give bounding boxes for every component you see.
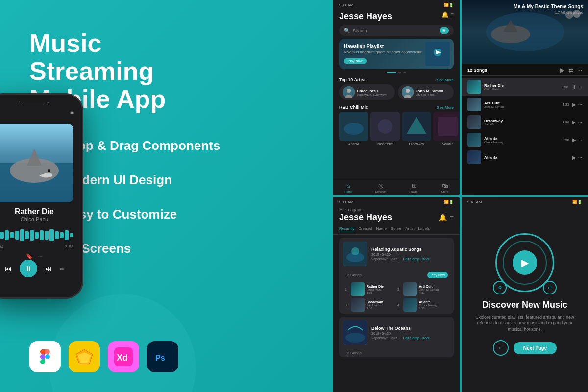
track-info-4: Atlanta Chuck Norway [484,136,560,144]
pause-icon[interactable]: ⏸ [571,84,576,90]
home-status-bar: 9:41 AM 📶🔋 [333,0,460,8]
next-page-button[interactable]: Next Page [514,342,557,354]
artist-avatar-1 [343,86,355,98]
svg-text:Ps: Ps [155,354,165,362]
tab-genre[interactable]: Genre [391,226,401,232]
discovery-ring: ▶ ⚙ ⇄ [495,233,554,292]
svg-point-47 [345,333,365,343]
screens-grid: 9:41 AM 📶🔋 Jesse Hayes 🔔 ≡ 🔍 Search ⊞ Ha… [333,0,588,392]
bottom-nav: ⌂ Home ◎ Discover ⊞ Playlist 🛍 Store [333,179,460,195]
track-item-3: Broadway Sainkife 3:96 ▶ ··· [462,113,588,131]
playlist-info-1: Relaxing Aquatic Songs 2019 · 54:30 Vapo… [371,247,450,261]
rb-section: R&B Chill Mix See More Atlanta Po [333,103,460,146]
tab-artist[interactable]: Artist [405,226,414,232]
ps-icon: Ps [147,341,178,372]
more-icon[interactable]: ··· [577,67,582,74]
nav-store[interactable]: 🛍 Store [441,182,448,193]
more-icon[interactable]: ··· [578,102,582,107]
rb-item-4: Volatile [433,112,460,146]
track-item-5: Atlanta ▶ ··· [462,148,588,166]
tab-created[interactable]: Created [358,226,372,232]
now-playing-screen: 9:41 AM ▪▪▪ 📶 🔋 ∨ ≡ [0,95,82,297]
tab-recently[interactable]: Recently [339,226,354,232]
artist-info-1: Chico Pazu Vaporwave, Synthwave [357,89,387,96]
featured-thumb [425,42,450,66]
more-icon[interactable]: ··· [578,155,582,160]
tab-labels[interactable]: Labels [418,226,430,232]
bookmark-icon[interactable]: 🔖 [26,253,33,260]
home-screen: 9:41 AM 📶🔋 Jesse Hayes 🔔 ≡ 🔍 Search ⊞ Ha… [333,0,460,195]
album-screen-inner: Me & My Bestic Theme Songs 1.7 Millions … [462,0,588,195]
library-status-bar: 9:41 AM 📶🔋 [333,197,460,205]
svg-rect-36 [438,117,458,136]
discovery-screen: 9:41 AM 📶🔋 ▶ ⚙ ⇄ Discover New Music Expl… [462,197,588,392]
song-grid: 1 Rather Die Chico Pazu 3:56 2 Arti Cult [339,280,454,314]
figma-icon [29,341,61,372]
play-icon[interactable]: ▶ [572,137,576,143]
songs-count-row-2: 12 Songs [339,349,454,357]
disc-settings-icon[interactable]: ⚙ [493,281,507,294]
play-icon[interactable]: ▶ [560,67,564,74]
track-item-1: Rather Die Chico Pazu 3:56 ⏸ ··· [462,78,588,96]
next-button[interactable]: ⏭ [45,265,52,272]
shuffle-icon[interactable]: ⇄ [568,67,573,74]
song-item-1: 1 Rather Die Chico Pazu 3:56 [345,282,395,296]
back-button[interactable]: ← [493,340,509,356]
more-icon[interactable]: ··· [578,137,582,143]
svg-text:Xd: Xd [117,353,128,363]
featured-play-button[interactable]: Play Now [344,58,367,64]
svg-point-24 [347,89,351,93]
album-hero: Me & My Bestic Theme Songs 1.7 Millions … [462,0,588,64]
more-icon[interactable]: ··· [578,120,582,125]
shark-image [0,124,74,202]
play-icon[interactable]: ▶ [572,155,576,160]
track-actions-4: ▶ ··· [572,137,582,143]
main-container: Music Streaming Mobile App Drop & Drag C… [0,0,588,392]
more-icon[interactable]: ··· [38,253,42,260]
play-icon[interactable]: ▶ [572,102,576,107]
artist-item-2: John M. Simon City Pop, Fusi... [398,84,454,100]
waveform [0,228,74,243]
album-art [0,124,74,202]
play-now-button-1[interactable]: Play Now [427,272,448,278]
see-all-artists[interactable]: See More [437,78,454,82]
search-bar[interactable]: 🔍 Search ⊞ [339,25,454,36]
more-icon[interactable]: ··· [578,84,582,90]
np-header: ∨ ≡ [0,105,82,119]
disc-play-button[interactable]: ▶ [513,250,537,275]
menu-icon[interactable]: ≡ [70,108,74,116]
album-controls: ▶ ⇄ ··· [560,67,582,74]
nav-discover[interactable]: ◎ Discover [375,182,386,193]
see-all-rb[interactable]: See More [437,105,454,110]
disc-shuffle-icon[interactable]: ⇄ [543,281,557,294]
track-info-3: Broadway Sainkife [484,119,560,126]
shuffle-icon[interactable]: ⇄ [60,266,64,271]
library-header-icons: 🔔 ≡ [439,214,454,221]
album-stats: 1.7 Millions played [514,11,583,14]
play-icon[interactable]: ▶ [572,120,576,125]
phone-frame: 9:41 AM ▪▪▪ 📶 🔋 ∨ ≡ [0,93,83,299]
playlist-icon: ⊞ [412,182,416,189]
feature-drag-label: Drop & Drag Components [64,138,220,153]
playlist-card-1: Relaxing Aquatic Songs 2019 · 54:30 Vapo… [339,238,454,314]
featured-card: Hawaiian Playlist Vivamus tincidunt quam… [339,39,454,69]
menu-icon[interactable]: ≡ [450,214,454,221]
pause-button[interactable]: ⏸ [20,260,37,277]
track-info-5: Atlanta [484,155,569,160]
bell-icon[interactable]: 🔔 [439,214,447,221]
track-item-4: Atlanta Chuck Norway 3:56 ▶ ··· [462,131,588,148]
nav-playlist[interactable]: ⊞ Playlist [409,182,418,193]
svg-point-19 [48,169,50,172]
previous-button[interactable]: ⏮ [5,265,12,272]
playback-controls: ⏮ ⏸ ⏭ ⇄ [5,260,64,277]
nav-home[interactable]: ⌂ Home [344,182,352,193]
playlist-thumb-2 [343,320,368,345]
track-list: Rather Die Chico Pazu 3:56 ⏸ ··· Arti Cu… [462,76,588,168]
tab-name[interactable]: Name [376,226,387,232]
filter-button[interactable]: ⊞ [440,27,449,34]
svg-point-27 [406,89,410,93]
svg-point-45 [351,247,359,255]
discover-icon: ◎ [378,182,383,189]
store-icon: 🛍 [442,182,448,189]
playlist-info-2: Below The Oceans 2019 · 54:30 Vaporwave,… [371,326,450,340]
